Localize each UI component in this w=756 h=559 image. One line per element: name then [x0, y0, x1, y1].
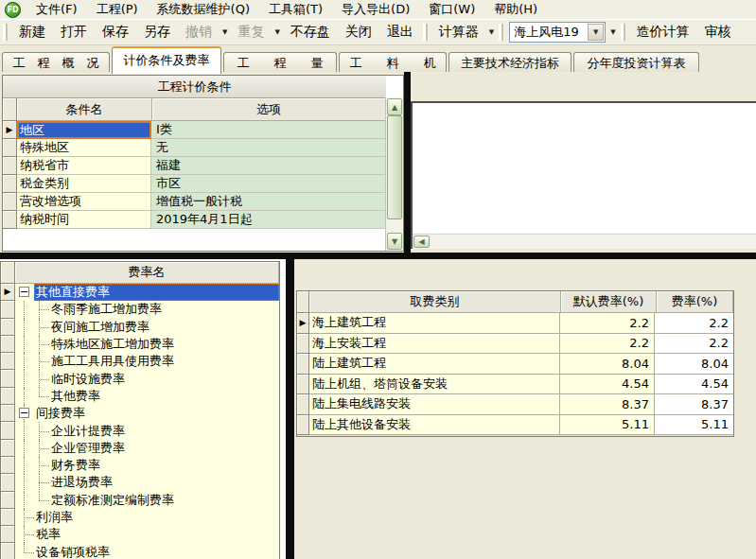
no-save-button[interactable]: 不存盘 — [283, 21, 338, 44]
tree-row[interactable]: 施工工具用具使用费率 — [1, 353, 279, 370]
row-selector[interactable] — [1, 474, 15, 491]
condition-value-cell[interactable]: 市区 — [151, 175, 386, 193]
scroll-down-icon[interactable]: ▼ — [387, 233, 402, 250]
row-selector[interactable] — [3, 193, 17, 211]
tree-row[interactable]: 其他费率 — [1, 388, 279, 405]
condition-name-cell[interactable]: 纳税时间 — [17, 211, 151, 229]
row-selector[interactable]: ▶ — [297, 313, 309, 334]
condition-value-cell[interactable]: 增值税一般计税 — [151, 193, 386, 211]
table-row[interactable]: 纳税省市 福建 — [3, 157, 403, 175]
row-selector[interactable] — [1, 492, 15, 509]
row-selector[interactable] — [297, 354, 309, 375]
menu-item-toolbox[interactable]: 工具箱(T) — [259, 0, 332, 20]
menu-item-help[interactable]: 帮助(H) — [484, 0, 547, 20]
tree-row[interactable]: 定额标准测定编制费率 — [1, 492, 279, 509]
tree-row[interactable]: 利润率 — [1, 509, 279, 526]
menu-item-system-data[interactable]: 系统数据维护(Q) — [148, 0, 259, 20]
tree-item-label[interactable]: 定额标准测定编制费率 — [49, 492, 279, 509]
row-selector[interactable] — [1, 457, 15, 474]
toolbar-grip[interactable] — [423, 24, 428, 41]
exit-button[interactable]: 退出 — [379, 21, 421, 44]
row-selector[interactable] — [1, 440, 15, 457]
tab-annual-investment[interactable]: 分年度投资计算表 — [573, 52, 699, 74]
default-rate-cell[interactable]: 8.04 — [560, 354, 655, 375]
row-selector[interactable] — [1, 405, 15, 422]
tree-item-label[interactable]: 夜间施工增加费率 — [49, 319, 279, 336]
fee-category-cell[interactable]: 陆上机组、塔筒设备安装 — [309, 375, 560, 395]
tab-quantities[interactable]: 工 程 量 — [223, 52, 337, 74]
default-rate-cell[interactable]: 8.37 — [560, 394, 655, 415]
fee-category-cell[interactable]: 海上安装工程 — [309, 334, 560, 355]
fee-category-cell[interactable]: 海上建筑工程 — [309, 313, 560, 334]
scroll-left-icon[interactable]: ◀ — [413, 236, 430, 248]
tree-item-label[interactable]: 进退场费率 — [49, 474, 279, 491]
tree-row[interactable]: 设备销项税率 — [1, 543, 279, 559]
vertical-scrollbar[interactable]: ▲ ▼ — [385, 97, 403, 251]
tree-item-label[interactable]: 税率 — [34, 526, 279, 543]
condition-name-cell[interactable]: 税金类别 — [17, 175, 151, 193]
row-selector[interactable]: ▶ — [1, 284, 15, 301]
table-row[interactable]: ▶ 海上建筑工程 2.2 2.2 — [297, 313, 733, 334]
tree-item-label[interactable]: 设备销项税率 — [34, 543, 279, 559]
row-selector[interactable] — [297, 394, 309, 415]
tree-row[interactable]: ▶ 其他直接费率 — [1, 284, 279, 301]
tree-row[interactable]: 企业管理费率 — [1, 440, 279, 457]
menu-item-project[interactable]: 工程(P) — [87, 0, 148, 20]
calculator-button[interactable]: 计算器 — [431, 21, 486, 44]
audit-button[interactable]: 审核 — [697, 21, 739, 44]
row-selector[interactable] — [1, 319, 15, 336]
tree-expander-icon[interactable] — [19, 408, 29, 418]
condition-value-cell[interactable]: 无 — [151, 139, 386, 157]
tree-row[interactable]: 临时设施费率 — [1, 370, 279, 387]
row-selector[interactable] — [1, 526, 15, 543]
calculator-chevron-down-icon[interactable]: ▼ — [486, 25, 497, 40]
rate-cell[interactable]: 8.37 — [655, 394, 733, 415]
tab-pricing-conditions-rates[interactable]: 计价条件及费率 — [112, 46, 221, 74]
tree-row[interactable]: 税率 — [1, 526, 279, 543]
row-selector[interactable] — [3, 157, 17, 175]
default-rate-cell[interactable]: 4.54 — [560, 375, 655, 395]
tree-item-label[interactable]: 临时设施费率 — [49, 370, 279, 387]
table-row[interactable]: 陆上其他设备安装 5.11 5.11 — [297, 415, 733, 436]
cost-calc-button[interactable]: 造价计算 — [629, 21, 697, 44]
row-selector[interactable] — [1, 388, 15, 405]
tab-project-overview[interactable]: 工 程 概 况 — [2, 52, 110, 74]
tree-item-label[interactable]: 财务费率 — [49, 457, 279, 474]
tree-row[interactable]: 冬雨季施工增加费率 — [1, 301, 279, 318]
table-row[interactable]: 特殊地区 无 — [3, 139, 403, 157]
toolbar-grip[interactable] — [621, 24, 625, 41]
undo-button[interactable]: 撤销 — [178, 21, 220, 44]
menu-item-import-export[interactable]: 导入导出(D) — [332, 0, 419, 20]
redo-button[interactable]: 重复 — [230, 21, 272, 44]
save-button[interactable]: 保存 — [95, 21, 136, 44]
scrollbar-thumb[interactable] — [387, 115, 402, 219]
tree-item-label[interactable]: 特殊地区施工增加费率 — [49, 336, 279, 353]
default-rate-cell[interactable]: 2.2 — [560, 313, 655, 334]
fee-category-cell[interactable]: 陆上其他设备安装 — [309, 415, 560, 436]
scroll-up-icon[interactable]: ▲ — [387, 98, 402, 115]
tree-item-label[interactable]: 其他费率 — [49, 388, 279, 405]
row-selector[interactable] — [1, 370, 15, 387]
tree-item-label[interactable]: 利润率 — [34, 509, 279, 526]
rate-cell[interactable]: 2.2 — [655, 313, 733, 334]
rate-cell[interactable]: 8.04 — [655, 354, 733, 375]
table-row[interactable]: 陆上机组、塔筒设备安装 4.54 4.54 — [297, 375, 733, 395]
row-selector[interactable] — [1, 301, 15, 318]
condition-name-cell[interactable]: 纳税省市 — [17, 157, 151, 175]
tree-item-label[interactable]: 其他直接费率 — [34, 284, 279, 301]
row-selector[interactable] — [297, 415, 309, 436]
condition-value-cell[interactable]: 2019年4月1日起 — [151, 211, 386, 229]
row-selector[interactable] — [1, 336, 15, 353]
tree-row[interactable]: 企业计提费率 — [1, 422, 279, 439]
tree-row[interactable]: 财务费率 — [1, 457, 279, 474]
row-selector[interactable] — [3, 175, 17, 193]
new-button[interactable]: 新建 — [11, 21, 53, 44]
table-row[interactable]: ▶ 地区 Ⅰ类 — [3, 121, 403, 139]
row-selector[interactable] — [3, 139, 17, 157]
open-button[interactable]: 打开 — [53, 21, 95, 44]
tree-row[interactable]: 间接费率 — [1, 405, 279, 422]
condition-name-cell[interactable]: 营改增选项 — [17, 193, 151, 211]
tree-item-label[interactable]: 间接费率 — [34, 405, 279, 422]
row-selector[interactable] — [1, 422, 15, 439]
row-selector[interactable] — [3, 211, 17, 229]
